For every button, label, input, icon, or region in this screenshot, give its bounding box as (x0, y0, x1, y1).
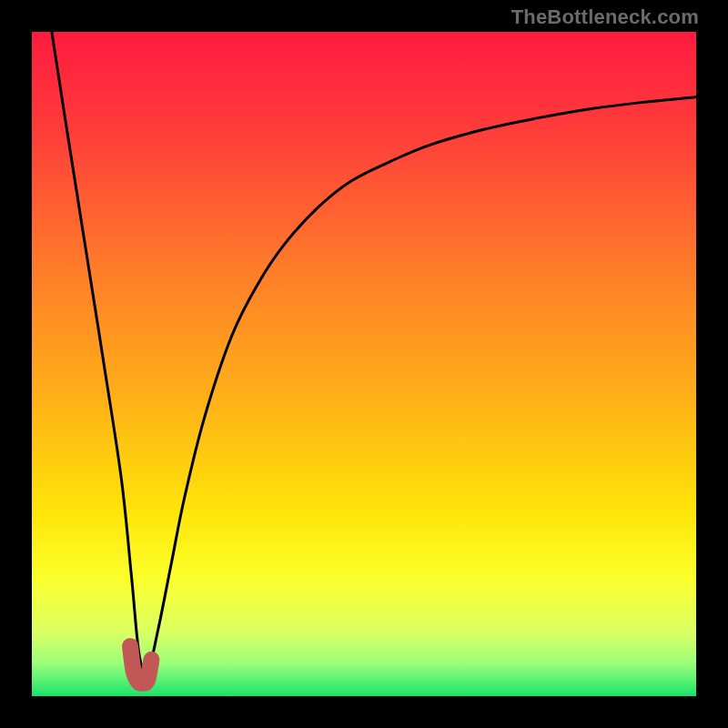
gradient-background (32, 32, 696, 696)
watermark-text: TheBottleneck.com (511, 5, 699, 29)
bottleneck-chart-svg (32, 32, 696, 696)
chart-frame: TheBottleneck.com (0, 0, 728, 728)
plot-area (32, 32, 696, 696)
